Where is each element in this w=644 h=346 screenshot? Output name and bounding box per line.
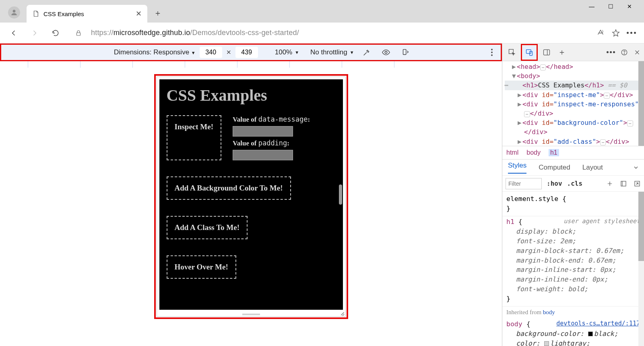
crumb-h1[interactable]: h1: [549, 149, 559, 156]
tab-title: CSS Examples: [43, 10, 84, 17]
styles-toolbar: :hov .cls: [502, 176, 644, 192]
inspect-me-box[interactable]: Inspect Me!: [167, 115, 222, 160]
more-menu-icon[interactable]: [627, 32, 636, 34]
chevron-down-icon[interactable]: [633, 164, 639, 171]
height-input[interactable]: [235, 47, 258, 58]
help-icon[interactable]: [621, 49, 628, 56]
inspect-element-button[interactable]: [506, 46, 518, 59]
values-panel: Value of data-message: Value of padding:: [233, 115, 310, 160]
url-field[interactable]: https://microsoftedge.github.io/Demos/de…: [89, 29, 590, 37]
computed-toggle-icon[interactable]: [620, 180, 627, 187]
device-frame: CSS Examples Inspect Me! Value of data-m…: [157, 77, 346, 317]
close-tab-icon[interactable]: ✕: [136, 9, 142, 18]
hover-box[interactable]: Hover Over Me!: [167, 255, 236, 279]
breadcrumb[interactable]: html body h1: [502, 146, 644, 160]
device-toolbar: Dimensions: Responsive ▼ ✕ 100% ▼ No thr…: [0, 44, 502, 61]
cls-button[interactable]: .cls: [567, 180, 583, 187]
new-panel-button[interactable]: ＋: [555, 46, 568, 59]
add-class-box[interactable]: Add A Class To Me!: [167, 216, 248, 239]
zoom-dropdown[interactable]: 100% ▼: [275, 48, 299, 56]
throttling-dropdown[interactable]: No throttling ▼: [310, 48, 354, 56]
close-devtools-icon[interactable]: [634, 49, 641, 56]
tab-computed[interactable]: Computed: [539, 164, 570, 172]
crumb-html[interactable]: html: [506, 149, 518, 156]
emulated-page[interactable]: CSS Examples Inspect Me! Value of data-m…: [159, 79, 343, 310]
page-heading: CSS Examples: [167, 86, 336, 105]
dimensions-dropdown[interactable]: Dimensions: Responsive ▼: [114, 48, 196, 56]
dimension-x: ✕: [226, 49, 231, 56]
visibility-icon[interactable]: [382, 48, 390, 57]
forward-button[interactable]: [27, 26, 42, 40]
eyedropper-icon[interactable]: [362, 48, 371, 57]
devtools-toolbar: ＋: [502, 44, 644, 61]
device-ruler: [0, 61, 502, 68]
styles-tabs: Styles Computed Layout: [502, 160, 644, 176]
maximize-button[interactable]: ☐: [608, 3, 613, 10]
data-message-input[interactable]: [233, 126, 293, 137]
resize-corner[interactable]: [339, 310, 345, 315]
tab-styles[interactable]: Styles: [508, 162, 526, 174]
new-style-rule-icon[interactable]: [606, 180, 613, 187]
lock-icon: [75, 29, 82, 37]
device-toggle-button[interactable]: [523, 46, 536, 59]
browser-titlebar: CSS Examples ✕ ＋ — ☐ ✕: [0, 0, 644, 23]
hov-button[interactable]: :hov: [547, 180, 562, 187]
rules-scrollbar[interactable]: [638, 192, 644, 346]
page-icon: [32, 10, 39, 17]
width-input[interactable]: [200, 47, 222, 58]
svg-point-2: [385, 51, 387, 54]
device-emulation-area: Dimensions: Responsive ▼ ✕ 100% ▼ No thr…: [0, 44, 502, 346]
svg-point-10: [624, 54, 624, 54]
svg-point-0: [13, 10, 16, 12]
tab-layout[interactable]: Layout: [582, 164, 603, 172]
minimize-button[interactable]: —: [589, 3, 594, 10]
svg-rect-11: [621, 181, 626, 186]
address-bar: https://microsoftedge.github.io/Demos/de…: [0, 23, 644, 44]
elements-tree[interactable]: ▶<head>⋯</head> ▼<body> ⋯<h1>CSS Example…: [502, 61, 644, 146]
padding-input[interactable]: [233, 150, 293, 160]
svg-rect-3: [403, 50, 406, 55]
highlight-frame: CSS Examples Inspect Me! Value of data-m…: [154, 74, 348, 319]
rotate-icon[interactable]: [401, 48, 410, 57]
inherited-from: Inherited from body: [502, 307, 644, 319]
svg-rect-7: [544, 50, 550, 55]
elements-scrollbar[interactable]: [638, 61, 644, 146]
background-color-box[interactable]: Add A Background Color To Me!: [167, 176, 291, 200]
dock-side-button[interactable]: [540, 46, 553, 59]
close-window-button[interactable]: ✕: [627, 3, 632, 10]
new-tab-button[interactable]: ＋: [150, 5, 166, 21]
devtools-panel: ＋ ▶<head>⋯</head> ▼<body> ⋯<h1>CSS Examp…: [502, 44, 644, 346]
window-controls: — ☐ ✕: [589, 3, 642, 10]
device-more-icon[interactable]: [491, 49, 493, 56]
styles-rules[interactable]: element.style { } h1 {user agent stylesh…: [502, 192, 644, 346]
profile-avatar[interactable]: [8, 6, 20, 19]
read-aloud-icon[interactable]: [596, 29, 605, 37]
browser-tab[interactable]: CSS Examples ✕: [27, 5, 147, 23]
reload-button[interactable]: [48, 26, 63, 40]
favorite-icon[interactable]: [611, 29, 620, 37]
device-resize-grip[interactable]: [157, 312, 345, 316]
styles-filter-input[interactable]: [506, 178, 542, 189]
devtools-more-icon[interactable]: [607, 51, 615, 53]
svg-rect-1: [77, 33, 80, 35]
open-external-icon[interactable]: [634, 180, 641, 187]
back-button[interactable]: [6, 26, 21, 40]
source-link[interactable]: devtools-cs…tarted/:117: [556, 319, 640, 328]
crumb-body[interactable]: body: [526, 149, 541, 156]
page-scrollbar[interactable]: [339, 184, 342, 205]
